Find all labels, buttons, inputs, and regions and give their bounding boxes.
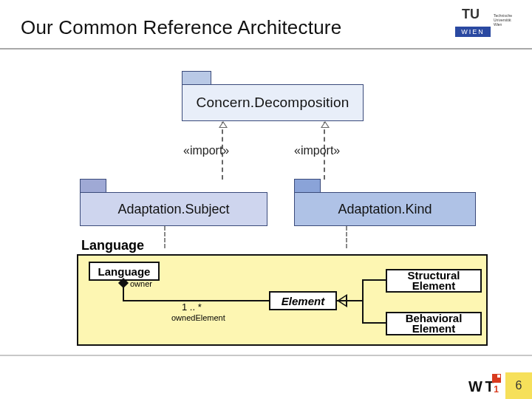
- page-number: 6: [505, 372, 532, 399]
- wit-logo-square-icon: [492, 374, 501, 383]
- slide: Our Common Reference Architecture TU WIE…: [0, 0, 532, 399]
- class-behavioral-element: Behavioral Element: [386, 312, 482, 335]
- wit-logo-accent: 1: [494, 384, 499, 395]
- role-owned-element: ownedElement: [171, 313, 225, 322]
- header-rule: [0, 48, 532, 50]
- tu-wien-logo: TU WIEN Technische Universität Wien: [455, 9, 514, 41]
- package-name: Adaptation.Subject: [80, 192, 267, 226]
- package-adaptation-kind: Adaptation.Kind: [294, 179, 476, 226]
- generalization-line: [362, 279, 386, 281]
- dependency-to-language: [346, 226, 347, 248]
- import-stereotype-label: «import»: [183, 144, 229, 157]
- package-tab-icon: [182, 71, 211, 84]
- open-arrowhead-icon: [321, 121, 330, 128]
- wit-logo-text: W T: [468, 378, 494, 395]
- tu-wien-logo-sidetext: Technische Universität Wien: [494, 13, 513, 27]
- language-metamodel-panel: Language Element Structural Element Beha…: [77, 254, 488, 346]
- generalization-line: [362, 322, 386, 324]
- multiplicity: 1 .. *: [182, 301, 202, 313]
- footer-rule: [0, 355, 532, 356]
- tu-wien-logo-bottom: WIEN: [455, 27, 491, 37]
- package-tab-icon: [80, 179, 106, 192]
- class-element: Element: [269, 291, 337, 310]
- open-arrowhead-icon: [219, 121, 228, 128]
- import-stereotype-label: «import»: [294, 144, 340, 157]
- association-line: [123, 281, 124, 300]
- package-name: Adaptation.Kind: [294, 192, 476, 226]
- role-owner: owner: [130, 279, 152, 288]
- dependency-to-language: [164, 226, 166, 248]
- research-group-logo: W T 1: [468, 374, 501, 396]
- language-panel-title: Language: [81, 238, 144, 253]
- generalization-line: [362, 279, 364, 322]
- class-structural-element: Structural Element: [386, 269, 482, 293]
- package-concern-decomposition: Concern.Decomposition: [182, 71, 364, 121]
- package-tab-icon: [294, 179, 321, 192]
- package-adaptation-subject: Adaptation.Subject: [80, 179, 267, 226]
- panel-anchor: Language Element Structural Element Beha…: [78, 256, 486, 344]
- generalization-line: [337, 300, 362, 301]
- slide-title: Our Common Reference Architecture: [21, 16, 341, 39]
- package-name: Concern.Decomposition: [182, 84, 364, 121]
